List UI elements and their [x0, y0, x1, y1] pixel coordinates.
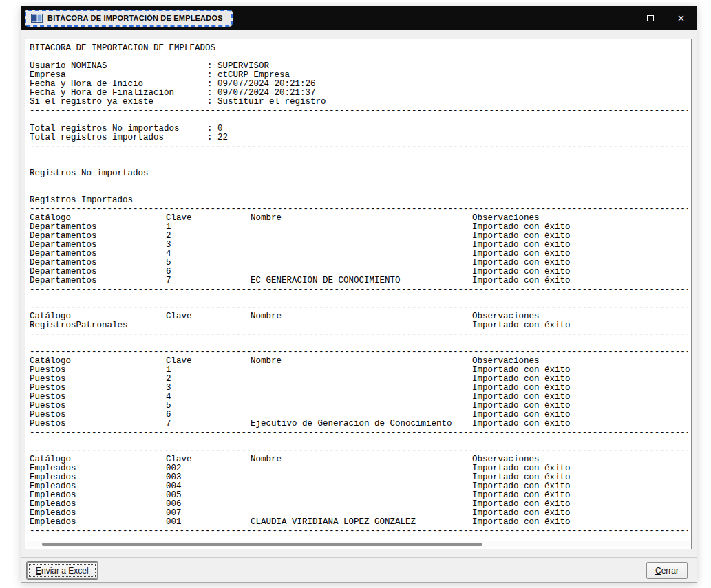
- separator-line: ----------------------------------------…: [30, 107, 688, 116]
- table-row: Empleados003Importado con éxito: [30, 473, 688, 482]
- table-row: Empleados004Importado con éxito: [30, 482, 688, 491]
- separator-line: ----------------------------------------…: [30, 303, 688, 312]
- key-value-line: Fecha y Hora de Finalización: 09/07/2024…: [30, 89, 688, 98]
- separator-line: ----------------------------------------…: [30, 285, 688, 294]
- table-row: Puestos2Importado con éxito: [30, 375, 688, 384]
- footer-bar: Enviar a Excel Cerrar: [21, 557, 697, 582]
- window-body: BITÁCORA DE IMPORTACIÓN DE EMPLEADOS Usu…: [21, 30, 697, 582]
- blank-line: [30, 178, 688, 187]
- table-row: Puestos5Importado con éxito: [30, 402, 688, 411]
- key-value-line: Total registros No importados: 0: [30, 124, 688, 133]
- key-value-line: Empresa: ctCURP_Empresa: [30, 71, 688, 80]
- minimize-icon: –: [617, 13, 622, 23]
- separator-line: ----------------------------------------…: [30, 428, 688, 437]
- window-controls: – ✕: [604, 6, 697, 30]
- table-row: CatálogoClaveNombreObservaciones: [30, 312, 688, 321]
- table-row: Empleados006Importado con éxito: [30, 500, 688, 509]
- separator-line: ----------------------------------------…: [30, 527, 688, 536]
- table-row: Departamentos7EC GENERACION DE CONOCIMIE…: [30, 276, 688, 285]
- app-icon: [31, 14, 43, 23]
- table-row: Departamentos1Importado con éxito: [30, 223, 688, 232]
- table-row: Puestos3Importado con éxito: [30, 384, 688, 393]
- report-panel: BITÁCORA DE IMPORTACIÓN DE EMPLEADOS Usu…: [25, 39, 692, 549]
- table-row: Puestos6Importado con éxito: [30, 411, 688, 420]
- window-title: BITÁCORA DE IMPORTACIÓN DE EMPLEADOS: [47, 14, 223, 22]
- table-row: Empleados005Importado con éxito: [30, 491, 688, 500]
- table-row: Empleados007Importado con éxito: [30, 509, 688, 518]
- dialog-window: BITÁCORA DE IMPORTACIÓN DE EMPLEADOS – ✕…: [21, 6, 697, 583]
- table-row: Departamentos5Importado con éxito: [30, 259, 688, 268]
- title-focus-highlight: BITÁCORA DE IMPORTACIÓN DE EMPLEADOS: [25, 10, 233, 27]
- table-row: Puestos1Importado con éxito: [30, 366, 688, 375]
- table-row: Puestos7Ejecutivo de Generacion de Conoc…: [30, 420, 688, 428]
- table-row: Empleados002Importado con éxito: [30, 464, 688, 473]
- separator-line: ----------------------------------------…: [30, 142, 688, 151]
- report-line: Registros Importados: [30, 196, 688, 205]
- export-to-excel-button[interactable]: Enviar a Excel: [27, 562, 98, 579]
- table-row: Departamentos4Importado con éxito: [30, 250, 688, 259]
- blank-line: [30, 160, 688, 169]
- key-value-line: Total registros importados: 22: [30, 133, 688, 142]
- separator-line: ----------------------------------------…: [30, 330, 688, 339]
- table-row: CatálogoClaveNombreObservaciones: [30, 455, 688, 464]
- close-dialog-button[interactable]: Cerrar: [646, 562, 688, 579]
- table-row: CatálogoClaveNombreObservaciones: [30, 214, 688, 223]
- table-row: CatálogoClaveNombreObservaciones: [30, 357, 688, 366]
- blank-line: [30, 116, 688, 124]
- title-bar: BITÁCORA DE IMPORTACIÓN DE EMPLEADOS – ✕: [21, 6, 697, 30]
- report-line: Registros No importados: [30, 169, 688, 178]
- table-row: Puestos4Importado con éxito: [30, 393, 688, 402]
- close-button[interactable]: ✕: [666, 6, 697, 30]
- table-row: Empleados001CLAUDIA VIRIDIANA LOPEZ GONZ…: [30, 518, 688, 527]
- separator-line: ----------------------------------------…: [30, 205, 688, 214]
- import-log-report: BITÁCORA DE IMPORTACIÓN DE EMPLEADOS Usu…: [30, 44, 688, 536]
- table-row: RegistrosPatronalesImportado con éxito: [30, 321, 688, 330]
- blank-line: [30, 339, 688, 348]
- maximize-button[interactable]: [635, 6, 666, 30]
- table-row: Departamentos2Importado con éxito: [30, 232, 688, 241]
- close-icon: ✕: [677, 13, 685, 23]
- separator-line: ----------------------------------------…: [30, 348, 688, 357]
- report-text-area[interactable]: BITÁCORA DE IMPORTACIÓN DE EMPLEADOS Usu…: [25, 39, 691, 539]
- key-value-line: Usuario NÓMINAS: SUPERVISOR: [30, 62, 688, 71]
- blank-line: [30, 53, 688, 62]
- separator-line: ----------------------------------------…: [30, 446, 688, 455]
- table-row: Departamentos6Importado con éxito: [30, 268, 688, 276]
- horizontal-scrollbar-thumb[interactable]: [42, 543, 482, 546]
- minimize-button[interactable]: –: [604, 6, 635, 30]
- blank-line: [30, 187, 688, 196]
- blank-line: [30, 294, 688, 303]
- horizontal-scrollbar[interactable]: [27, 541, 690, 547]
- blank-line: [30, 437, 688, 446]
- key-value-line: Si el registro ya existe: Sustituir el r…: [30, 98, 688, 107]
- maximize-icon: [647, 15, 654, 21]
- blank-line: [30, 151, 688, 160]
- table-row: Departamentos3Importado con éxito: [30, 241, 688, 250]
- key-value-line: Fecha y Hora de Inicio: 09/07/2024 20:21…: [30, 80, 688, 89]
- report-line: BITÁCORA DE IMPORTACIÓN DE EMPLEADOS: [30, 44, 688, 53]
